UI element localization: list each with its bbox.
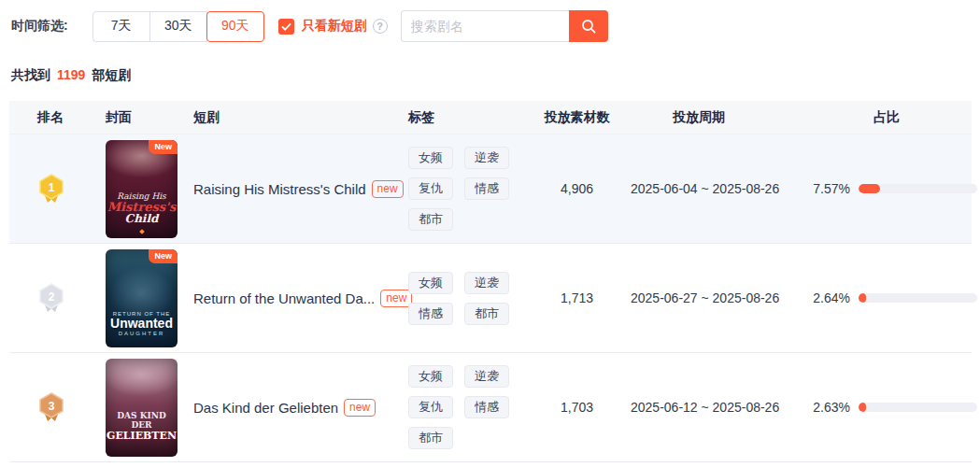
materials-count: 1,713 bbox=[523, 290, 631, 305]
rank-medal-silver: 2 bbox=[37, 283, 65, 314]
drama-cover[interactable]: New RETURN OF THE Unwanted DAUGHTER bbox=[106, 249, 178, 347]
rank-number: 2 bbox=[49, 290, 55, 303]
header-tags: 标签 bbox=[397, 109, 523, 126]
rank-medal-gold: 1 bbox=[37, 174, 65, 205]
header-period: 投放周期 bbox=[631, 109, 799, 126]
header-rank: 排名 bbox=[9, 109, 93, 126]
new-drama-only-label[interactable]: 只看新短剧 bbox=[302, 18, 367, 35]
cover-new-badge: New bbox=[149, 249, 178, 263]
tag-list: 女频 逆袭 情感 都市 bbox=[408, 272, 520, 325]
drama-title[interactable]: Return of the Unwanted Da... bbox=[193, 290, 375, 306]
cover-new-badge: New bbox=[149, 140, 178, 154]
ratio-value: 7.57% bbox=[803, 181, 850, 196]
materials-count: 1,703 bbox=[523, 400, 631, 415]
search-button[interactable] bbox=[569, 10, 608, 42]
time-range-segmented-control: 7天 30天 90天 bbox=[92, 11, 264, 42]
rank-number: 1 bbox=[49, 180, 55, 193]
ratio-bar bbox=[859, 403, 977, 412]
drama-title[interactable]: Das Kind der Geliebten bbox=[193, 400, 338, 416]
summary-prefix: 共找到 bbox=[11, 67, 50, 82]
cover-title-text: DAS KIND DER GELIEBTEN bbox=[106, 411, 178, 442]
tag: 都市 bbox=[408, 208, 453, 231]
search-input[interactable] bbox=[401, 10, 569, 42]
help-icon[interactable]: ? bbox=[373, 19, 388, 34]
launch-period: 2025-06-12 ~ 2025-08-26 bbox=[631, 400, 799, 415]
cover-title-text: RETURN OF THE Unwanted DAUGHTER bbox=[106, 311, 178, 336]
header-materials: 投放素材数 bbox=[523, 109, 631, 126]
drama-title[interactable]: Raising His Mistress's Child bbox=[193, 181, 366, 197]
header-cover: 封面 bbox=[93, 109, 182, 126]
drama-ranking-table: 排名 封面 短剧 标签 投放素材数 投放周期 占比 1 New Raising … bbox=[9, 101, 972, 462]
tag: 逆袭 bbox=[464, 365, 509, 388]
tag: 情感 bbox=[408, 303, 453, 325]
search-icon bbox=[580, 18, 597, 35]
checkmark-icon bbox=[281, 22, 291, 31]
tag: 复仇 bbox=[408, 177, 453, 200]
tag: 情感 bbox=[464, 177, 509, 200]
ratio-bar-fill bbox=[859, 403, 866, 412]
tag: 女频 bbox=[408, 365, 453, 388]
search-bar bbox=[401, 10, 608, 42]
launch-period: 2025-06-04 ~ 2025-08-26 bbox=[631, 181, 799, 196]
table-row: 3 DAS KIND DER GELIEBTEN Das Kind der Ge… bbox=[9, 353, 972, 462]
time-filter-7d-button[interactable]: 7天 bbox=[92, 11, 150, 42]
table-header: 排名 封面 短剧 标签 投放素材数 投放周期 占比 bbox=[9, 101, 972, 134]
tag: 女频 bbox=[408, 272, 453, 294]
ratio-bar-fill bbox=[859, 293, 866, 303]
tag-list: 女频 逆袭 复仇 情感 都市 bbox=[408, 365, 520, 449]
ratio-value: 2.64% bbox=[803, 290, 850, 305]
time-filter-90d-button[interactable]: 90天 bbox=[206, 11, 264, 42]
new-drama-only-checkbox[interactable] bbox=[278, 19, 294, 35]
header-ratio: 占比 bbox=[799, 109, 972, 126]
header-drama: 短剧 bbox=[182, 109, 397, 126]
tag: 逆袭 bbox=[464, 147, 509, 169]
summary-suffix: 部短剧 bbox=[92, 67, 131, 82]
tag: 都市 bbox=[464, 303, 509, 325]
ratio-bar bbox=[859, 293, 977, 303]
tag: 复仇 bbox=[408, 396, 453, 418]
tag: 都市 bbox=[408, 427, 453, 449]
tag-list: 女频 逆袭 复仇 情感 都市 bbox=[408, 147, 520, 231]
result-summary: 共找到 1199 部短剧 bbox=[0, 43, 980, 84]
time-filter-label: 时间筛选: bbox=[11, 18, 68, 35]
table-row: 2 New RETURN OF THE Unwanted DAUGHTER Re… bbox=[9, 244, 972, 353]
ratio-bar bbox=[859, 184, 977, 193]
table-row: 1 New Raising His Mistress's Child Raisi… bbox=[9, 134, 972, 244]
tag: 逆袭 bbox=[464, 272, 509, 294]
result-count: 1199 bbox=[57, 67, 85, 82]
time-filter-30d-button[interactable]: 30天 bbox=[149, 11, 207, 42]
ratio-bar-fill bbox=[859, 184, 880, 193]
launch-period: 2025-06-27 ~ 2025-08-26 bbox=[631, 290, 799, 305]
rank-number: 3 bbox=[49, 399, 55, 412]
cover-title-text: Raising His Mistress's Child bbox=[106, 191, 178, 225]
filter-bar: 时间筛选: 7天 30天 90天 只看新短剧 ? bbox=[0, 0, 980, 43]
tag: 情感 bbox=[464, 396, 509, 418]
drama-cover[interactable]: DAS KIND DER GELIEBTEN bbox=[106, 359, 178, 457]
ratio-value: 2.63% bbox=[803, 400, 850, 415]
rank-medal-bronze: 3 bbox=[37, 392, 65, 423]
new-badge: new bbox=[344, 399, 376, 417]
tag: 女频 bbox=[408, 147, 453, 169]
materials-count: 4,906 bbox=[523, 181, 631, 196]
drama-cover[interactable]: New Raising His Mistress's Child bbox=[106, 140, 178, 238]
